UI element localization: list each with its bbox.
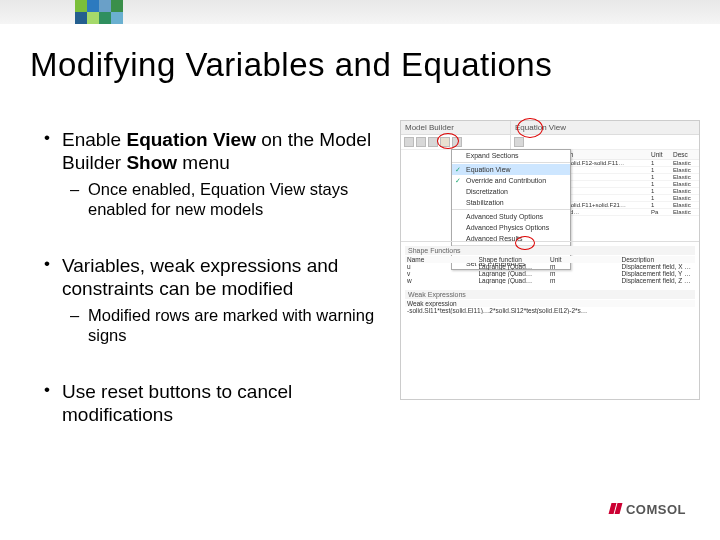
text-fragment: Enable [62, 129, 126, 150]
menu-item-discretization[interactable]: Discretization [452, 186, 570, 197]
block-title: Weak Expressions [405, 290, 695, 299]
toolbar-right [511, 135, 699, 150]
weak-row: -solid.Sl11*test(solid.El11)…2*solid.Sl1… [405, 307, 695, 314]
text-strong: Show [126, 152, 177, 173]
toolbar-icon[interactable] [416, 137, 426, 147]
text-fragment: menu [177, 152, 230, 173]
bullet-vars-weak: Variables, weak expressions and constrai… [30, 254, 392, 300]
bullet-modified-rows: Modified rows are marked with warning si… [30, 306, 392, 346]
brand-logo: COMSOL [610, 502, 686, 518]
slide: Modifying Variables and Equations Enable… [0, 0, 720, 540]
panel-header-eq-view: Equation View [511, 121, 699, 135]
bullet-reset: Use reset buttons to cancel modification… [30, 380, 392, 426]
block-title: Shape Functions [405, 246, 695, 255]
weak-expressions-block: Weak Expressions Weak expression -solid.… [405, 290, 695, 314]
show-icon[interactable] [440, 137, 450, 147]
menu-item-stabilization[interactable]: Stabilization [452, 197, 570, 208]
figure-screenshot: Model Builder Equation View Name Express… [400, 120, 700, 400]
shape-row: wLagrange (Quad…mDisplacement field, Z c… [405, 277, 695, 284]
toolbar-icon[interactable] [428, 137, 438, 147]
bullet-enable-eqview: Enable Equation View on the Model Builde… [30, 128, 392, 174]
menu-item-expand[interactable]: Expand Sections [452, 150, 570, 161]
menu-separator [452, 162, 570, 163]
menu-item-equation-view[interactable]: Equation View [452, 164, 570, 175]
header-swatch [75, 0, 125, 26]
col-desc: Desc [671, 150, 699, 159]
bullet-stays-enabled: Once enabled, Equation View stays enable… [30, 180, 392, 220]
weak-header: Weak expression [405, 300, 695, 307]
content-body: Enable Equation View on the Model Builde… [30, 128, 392, 432]
shape-header: NameShape functionUnitDescription [405, 256, 695, 263]
text-strong: Equation View [126, 129, 256, 150]
shape-functions-block: Shape Functions NameShape functionUnitDe… [405, 246, 695, 284]
logo-icon [610, 502, 622, 517]
toolbar-left [401, 135, 510, 150]
panel-header-model-builder: Model Builder [401, 121, 510, 135]
logo-text: COMSOL [626, 502, 686, 517]
shape-row: vLagrange (Quad…mDisplacement field, Y c… [405, 270, 695, 277]
menu-item-adv-physics[interactable]: Advanced Physics Options [452, 222, 570, 233]
reset-icon[interactable] [514, 137, 524, 147]
menu-item-adv-study[interactable]: Advanced Study Options [452, 211, 570, 222]
toolbar-icon[interactable] [452, 137, 462, 147]
spacer [30, 354, 392, 380]
shape-row: uLagrange (Quad…mDisplacement field, X c… [405, 263, 695, 270]
spacer [30, 228, 392, 254]
menu-item-override[interactable]: Override and Contribution [452, 175, 570, 186]
slide-title: Modifying Variables and Equations [30, 46, 552, 84]
figure-lower-panels: Shape Functions NameShape functionUnitDe… [401, 241, 699, 399]
menu-separator [452, 209, 570, 210]
toolbar-icon[interactable] [404, 137, 414, 147]
col-unit: Unit [649, 150, 671, 159]
